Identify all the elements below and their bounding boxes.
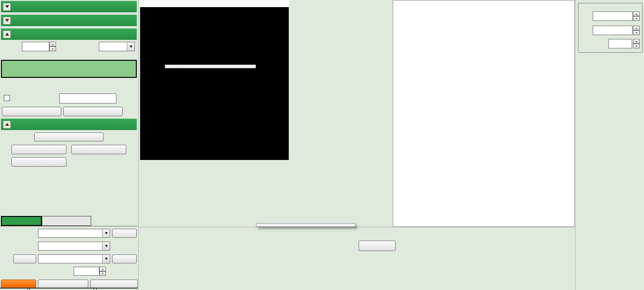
reset-range-button[interactable] [359, 241, 396, 251]
table-column-line [29, 288, 30, 290]
threshold-checkbox[interactable] [4, 95, 10, 101]
spin-up-icon[interactable]: ▲ [99, 267, 106, 271]
binning-spinner[interactable]: ▲▼ [49, 42, 56, 51]
export-submenu [256, 223, 355, 227]
triangle-down-icon [5, 5, 9, 8]
export-as-ascii-button[interactable] [90, 280, 138, 288]
results-table-edge [0, 288, 138, 289]
tab-divider [0, 226, 138, 226]
lifetime-histogram-chart[interactable] [393, 0, 574, 226]
image-title-bar [139, 0, 289, 7]
model-parameters-input[interactable] [74, 267, 99, 276]
triangle-up-icon [5, 123, 9, 126]
lifetime-min-spinner[interactable]: ▲▼ [633, 11, 640, 21]
help-button[interactable] [112, 229, 137, 238]
tcspc-binning-select[interactable] [99, 42, 135, 51]
lifetime-histogram-panel [393, 0, 575, 227]
binning-input[interactable] [22, 42, 49, 51]
flim-analysis-window: ▲▼ ▲▼ [0, 0, 644, 290]
sample-points-spinner[interactable]: ▲▼ [633, 39, 640, 48]
lifetime-min-input[interactable] [593, 11, 633, 21]
table-column-line [96, 288, 97, 290]
spin-down-icon[interactable]: ▼ [633, 30, 640, 35]
section-header-region-of-interest[interactable] [1, 1, 137, 12]
export-to-clipboard-button[interactable] [38, 280, 88, 288]
spin-up-icon[interactable]: ▲ [49, 42, 56, 47]
flim-fit-button[interactable] [63, 107, 123, 116]
time-gate-graph[interactable] [1, 60, 137, 78]
spin-down-icon[interactable]: ▼ [633, 44, 640, 48]
section-header-frame[interactable] [1, 15, 137, 26]
table-column-line [28, 288, 28, 290]
lifetime-max-input[interactable] [593, 26, 633, 35]
collapse-icon[interactable] [3, 30, 11, 38]
right-splitter[interactable] [575, 0, 576, 290]
spin-up-icon[interactable]: ▲ [633, 39, 640, 44]
irf-select[interactable] [38, 254, 110, 263]
dropdown-arrow-icon[interactable] [102, 229, 110, 237]
collapse-icon[interactable] [3, 121, 11, 129]
spin-up-icon[interactable]: ▲ [633, 11, 640, 16]
collapse-icon[interactable] [3, 17, 11, 25]
time-gate-curve [2, 61, 136, 77]
triangle-down-icon [5, 19, 9, 22]
show-all-button[interactable] [1, 280, 36, 288]
lifetime-max-spinner[interactable]: ▲▼ [633, 26, 640, 35]
menu-gutter-line [270, 225, 270, 225]
section-header-file[interactable] [1, 119, 137, 130]
export-binary-button[interactable] [11, 157, 66, 167]
table-column-line [94, 288, 94, 290]
spin-down-icon[interactable]: ▼ [99, 271, 106, 276]
flim-image[interactable] [140, 7, 289, 160]
threshold-input[interactable] [59, 94, 116, 103]
save-defaults-button[interactable] [11, 145, 66, 154]
spin-down-icon[interactable]: ▼ [49, 47, 56, 51]
menu-gutter-line [179, 66, 179, 67]
section-header-flim[interactable] [1, 28, 137, 40]
decay-select[interactable] [38, 242, 110, 251]
save-result-button[interactable] [34, 132, 104, 141]
dropdown-arrow-icon[interactable] [102, 242, 110, 250]
sample-points-input[interactable] [608, 39, 632, 48]
fitting-model-select[interactable] [38, 229, 110, 238]
fit-plot[interactable] [139, 254, 575, 290]
triangle-up-icon [5, 33, 9, 36]
spin-up-icon[interactable]: ▲ [633, 26, 640, 30]
irf-import-button[interactable] [13, 254, 36, 263]
tab-resolution-estimation[interactable] [42, 216, 91, 226]
spin-down-icon[interactable]: ▼ [633, 16, 640, 21]
dropdown-arrow-icon[interactable] [127, 42, 134, 51]
collapse-icon[interactable] [3, 3, 11, 11]
left-splitter[interactable] [138, 0, 139, 290]
dropdown-arrow-icon[interactable] [102, 255, 110, 263]
tab-decay-fitting[interactable] [1, 216, 42, 226]
calculate-fastflim-button[interactable] [2, 107, 61, 116]
image-context-menu [165, 65, 256, 68]
irf-remove-button[interactable] [112, 254, 137, 263]
restore-defaults-button[interactable] [71, 145, 126, 154]
model-parameters-spinner[interactable]: ▲▼ [99, 267, 106, 276]
